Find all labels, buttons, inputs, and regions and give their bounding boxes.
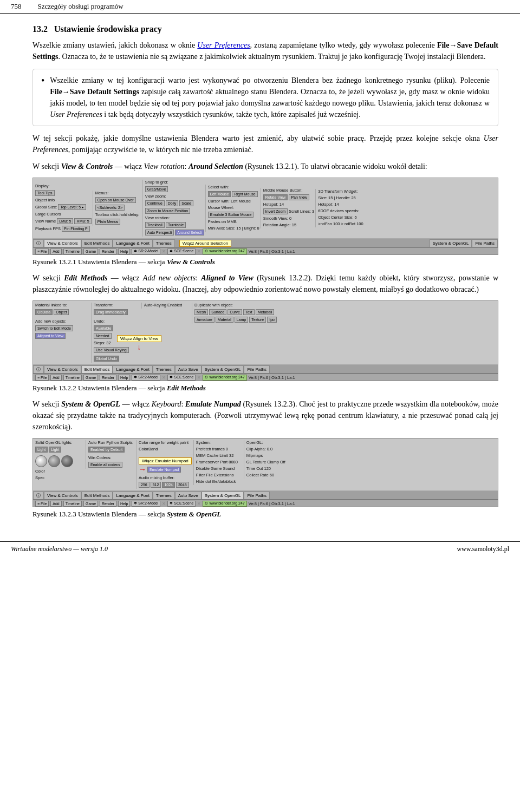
ss2-web-btn[interactable]: ⊙ www.blender.org 247 bbox=[203, 375, 246, 381]
armature-dup-btn[interactable]: Armature bbox=[194, 317, 214, 323]
texture-dup-btn[interactable]: Texture bbox=[249, 317, 266, 323]
emulate3btn-btn[interactable]: Emulate 3 Button Mouse bbox=[208, 212, 254, 218]
buf1024-btn[interactable]: 1024 bbox=[162, 482, 175, 488]
needed-btn[interactable]: Needed bbox=[94, 333, 112, 339]
ss1-timeline-btn[interactable]: Timeline bbox=[63, 248, 82, 254]
ss3-model-btn[interactable]: ≑ SR:2-Model bbox=[132, 501, 160, 507]
ss1-help-btn[interactable]: Help bbox=[118, 248, 130, 254]
ss3-web-btn[interactable]: ⊙ www.blender.org 247 bbox=[203, 501, 246, 507]
obdata-btn[interactable]: ObData bbox=[35, 309, 53, 315]
lmb-btn[interactable]: LMB: 5 bbox=[57, 218, 73, 224]
ss3-help-btn[interactable]: Help bbox=[118, 501, 130, 507]
ss1-view-tab[interactable]: View & Controls bbox=[44, 239, 81, 247]
ss2-file-tab[interactable]: File Paths bbox=[244, 365, 270, 373]
ss3-auto-tab[interactable]: Auto Save bbox=[175, 492, 202, 499]
ss3-file-btn[interactable]: ≡ File bbox=[35, 501, 49, 507]
lamp-dup-btn[interactable]: Lamp bbox=[235, 317, 249, 323]
paragraph-5: W sekcji System & OpenGL — włącz Keyboar… bbox=[32, 398, 498, 433]
continue-btn[interactable]: Continue bbox=[145, 200, 165, 206]
left-mouse-btn[interactable]: Left Mouse bbox=[208, 191, 231, 197]
ss1-render-btn[interactable]: Render bbox=[100, 248, 116, 254]
plain-menus-btn[interactable]: Plain Menus bbox=[95, 219, 121, 225]
ss2-auto-tab[interactable]: Auto Save bbox=[175, 365, 202, 373]
ss3-scene-btn[interactable]: ≑ SCE:Scene bbox=[167, 501, 196, 507]
ss1-themes-tab[interactable]: Themes bbox=[153, 239, 175, 247]
ss1-scene-btn[interactable]: ≑ SCE:Scene bbox=[167, 248, 196, 254]
ss2-view-tab[interactable]: View & Controls bbox=[44, 365, 81, 373]
ss3-render-btn[interactable]: Render bbox=[100, 501, 116, 507]
ss3-themes-tab[interactable]: Themes bbox=[153, 492, 175, 499]
global-undo-btn[interactable]: Global Undo bbox=[94, 356, 119, 362]
pin-fp-btn[interactable]: Pin Floating P bbox=[62, 226, 90, 232]
ss2-edit-tab[interactable]: Edit Methods bbox=[81, 365, 113, 373]
ss1-model-btn[interactable]: ≑ SR:2-Model bbox=[132, 248, 160, 254]
global-size-btn[interactable]: Top Level: 5 ▸ bbox=[58, 204, 86, 210]
ss2-game-btn[interactable]: Game bbox=[83, 375, 98, 381]
ss2-render-btn[interactable]: Render bbox=[100, 375, 116, 381]
curve-dup-btn[interactable]: Curve bbox=[227, 309, 242, 315]
open-hover-btn[interactable]: Open on Mouse Over bbox=[95, 197, 136, 203]
ss1-edit-tab[interactable]: Edit Methods bbox=[81, 239, 113, 247]
text-dup-btn[interactable]: Text bbox=[243, 309, 255, 315]
ss1-file-btn[interactable]: ≡ File bbox=[35, 248, 49, 254]
drag-immed-btn[interactable]: Drag Immediately bbox=[94, 309, 128, 315]
grab-move-btn[interactable]: Grab/Move bbox=[145, 186, 168, 192]
scale-btn[interactable]: Scale bbox=[179, 200, 193, 206]
auto-persp-btn[interactable]: Auto Perspecti bbox=[145, 230, 174, 235]
buf256-btn[interactable]: 256 bbox=[139, 482, 150, 488]
ss2-system-tab[interactable]: System & OpenGL bbox=[202, 365, 244, 373]
buf512-btn[interactable]: 512 bbox=[151, 482, 161, 488]
system-opengl-ref: System & OpenGL bbox=[61, 400, 120, 408]
ss2-file-btn[interactable]: ≡ File bbox=[35, 375, 49, 381]
object-btn[interactable]: Object bbox=[54, 309, 69, 315]
ss3-timeline-btn[interactable]: Timeline bbox=[63, 501, 82, 507]
ss2-scene-btn[interactable]: ≑ SCE:Scene bbox=[167, 375, 196, 381]
invert-zoom-btn[interactable]: Invert Zoom bbox=[263, 208, 288, 214]
ss2-timeline-btn[interactable]: Timeline bbox=[63, 375, 82, 381]
ss3-edit-tab[interactable]: Edit Methods bbox=[81, 492, 113, 499]
ss1-web-btn[interactable]: ⊙ www.blender.org 247 bbox=[203, 248, 246, 254]
metaball-dup-btn[interactable]: Metaball bbox=[256, 309, 274, 315]
ss1-file-tab[interactable]: File Paths bbox=[472, 239, 498, 247]
available-btn[interactable]: Available bbox=[94, 325, 113, 331]
surface-dup-btn[interactable]: Surface bbox=[209, 309, 226, 315]
right-mouse-btn[interactable]: Right Mouse bbox=[232, 191, 257, 197]
ss1-system-tab[interactable]: System & OpenGL bbox=[430, 239, 472, 247]
around-sel-btn[interactable]: Around Selecti bbox=[175, 230, 204, 235]
sublevels-btn[interactable]: <Sublevels: 2> bbox=[95, 205, 125, 211]
light-btn[interactable]: Light bbox=[35, 447, 48, 453]
rotate-view-btn[interactable]: Rotate View bbox=[263, 194, 288, 200]
switch-edit-btn[interactable]: Switch to Edit Mode bbox=[35, 325, 73, 331]
ss1-game-btn[interactable]: Game bbox=[83, 248, 98, 254]
ss3-lang-tab[interactable]: Language & Font bbox=[113, 492, 152, 499]
ss3-view-tab[interactable]: View & Controls bbox=[44, 492, 81, 499]
light2-btn[interactable]: Light bbox=[49, 447, 61, 453]
ss3-add-btn[interactable]: Add bbox=[50, 501, 61, 507]
ss3-file-tab[interactable]: File Paths bbox=[244, 492, 270, 499]
tooltips-btn[interactable]: Tool Tips bbox=[35, 190, 55, 196]
mesh-dup-btn[interactable]: Mesh bbox=[194, 309, 208, 315]
material-dup-btn[interactable]: Material bbox=[216, 317, 233, 323]
ss2-lang-tab[interactable]: Language & Font bbox=[113, 365, 152, 373]
ss3-game-btn[interactable]: Game bbox=[83, 501, 98, 507]
ss3-statusbar: ≡ File Add Timeline Game Render Help ≑ S… bbox=[33, 500, 498, 507]
enabled-by-default-btn[interactable]: Enabled by Default bbox=[88, 447, 125, 453]
dolly-btn[interactable]: Dolly bbox=[166, 200, 179, 206]
zoom-pos-btn[interactable]: Zoom to Mouse Position bbox=[145, 208, 190, 214]
aligned-view-btn[interactable]: Aligned to View bbox=[35, 333, 66, 339]
pan-view-btn[interactable]: Pan View bbox=[289, 194, 309, 200]
turntable-btn[interactable]: Turntable bbox=[166, 222, 186, 228]
rmb-btn[interactable]: RMB: 5 bbox=[74, 218, 91, 224]
ipo-dup-btn[interactable]: Ipo bbox=[267, 317, 277, 323]
ss1-lang-tab[interactable]: Language & Font bbox=[113, 239, 152, 247]
ss2-themes-tab[interactable]: Themes bbox=[153, 365, 175, 373]
enable-codecs-btn[interactable]: Enable all codecs bbox=[88, 462, 122, 468]
buf2048-btn[interactable]: 2048 bbox=[176, 482, 189, 488]
ss2-model-btn[interactable]: ≑ SR:2-Model bbox=[132, 375, 160, 381]
ss1-add-btn[interactable]: Add bbox=[50, 248, 61, 254]
ss3-system-tab[interactable]: System & OpenGL bbox=[202, 492, 244, 499]
emulate-numpad-btn[interactable]: Emulate Numpad bbox=[147, 467, 181, 473]
ss2-add-btn[interactable]: Add bbox=[50, 375, 61, 381]
trackball-btn[interactable]: Trackball bbox=[145, 222, 165, 228]
ss2-help-btn[interactable]: Help bbox=[118, 375, 130, 381]
